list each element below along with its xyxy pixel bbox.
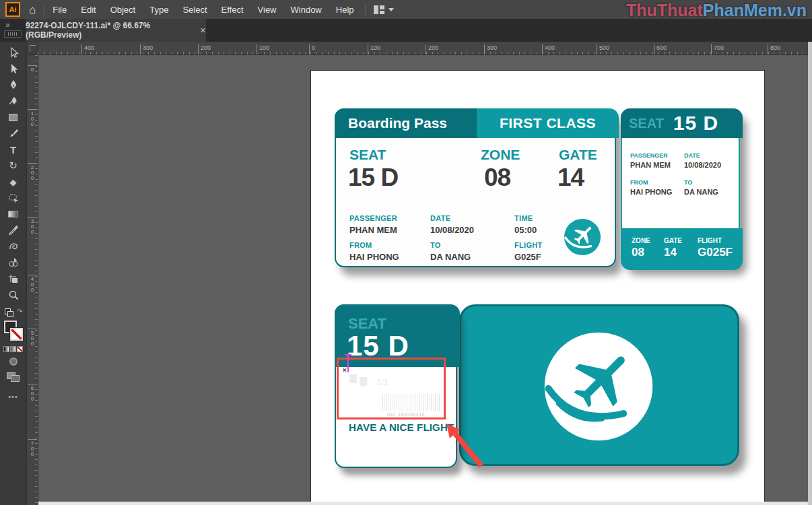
fill-stroke-control	[3, 321, 24, 342]
menu-edit[interactable]: Edit	[81, 5, 96, 15]
width-tool-icon[interactable]	[5, 238, 22, 255]
divider	[365, 3, 366, 15]
selection-tool-icon[interactable]	[5, 44, 22, 61]
eyedropper-tool-icon[interactable]	[5, 222, 22, 238]
ruler-v-label: 0	[28, 65, 37, 73]
drawing-modes-icon[interactable]	[7, 372, 20, 382]
stroke-color-swatch[interactable]	[10, 328, 23, 341]
stub-from-value: HAI PHONG	[630, 188, 672, 196]
stub-gate-label: GATE	[664, 237, 682, 244]
logo-card[interactable]	[459, 304, 739, 466]
stub-passenger-label: PASSENGER	[630, 152, 668, 159]
to-label: TO	[430, 241, 441, 249]
seat-label: SEAT	[349, 147, 386, 163]
stub-date-value: 10/08/2020	[684, 161, 721, 169]
close-tab-icon[interactable]: ✕	[200, 26, 206, 35]
pen-tool-icon[interactable]	[5, 77, 22, 93]
zone-label: ZONE	[481, 147, 520, 163]
stub-seat-value: 15 D	[673, 112, 718, 135]
rectangle-tool-icon[interactable]	[5, 109, 22, 125]
menu-help[interactable]: Help	[336, 5, 354, 15]
menu-file[interactable]: File	[53, 5, 67, 15]
ruler-v-label: 6 0 0	[28, 384, 37, 402]
menu-view[interactable]: View	[258, 5, 277, 15]
ruler-v-label: 4 0 0	[28, 275, 37, 293]
menu-type[interactable]: Type	[149, 5, 168, 15]
ruler-h-label: 200	[426, 44, 438, 55]
shape-mode-icon[interactable]	[9, 358, 18, 366]
flight-value: G025F	[514, 252, 541, 262]
time-value: 05:00	[514, 225, 537, 235]
airline-logo-small	[563, 217, 602, 257]
type-tool-icon[interactable]: T	[5, 141, 22, 158]
color-button[interactable]	[3, 346, 9, 352]
horizontal-scrollbar[interactable]	[38, 502, 808, 505]
curvature-tool-icon[interactable]	[5, 93, 22, 109]
stub-zone-label: ZONE	[632, 237, 650, 244]
rotate-tool-icon[interactable]: ↻	[5, 158, 22, 174]
stub-date-label: DATE	[684, 152, 700, 159]
menu-effect[interactable]: Effect	[222, 5, 244, 15]
ruler-h-label: 100	[368, 44, 380, 55]
gate-label: GATE	[559, 147, 597, 163]
vertical-scrollbar[interactable]	[808, 42, 812, 505]
ruler-h-label: 300	[140, 44, 153, 55]
watermark-part1: ThuThuat	[626, 1, 703, 20]
ruler-h-label: 800	[768, 44, 780, 55]
from-value: HAI PHONG	[349, 252, 399, 262]
ruler-h-label: 0	[309, 44, 315, 55]
document-tab[interactable]: 92274-OJLCDY-111.ai* @ 66.67% (RGB/Previ…	[26, 19, 206, 42]
none-button[interactable]	[17, 346, 23, 352]
chevron-down-icon	[388, 8, 394, 11]
passenger-value: PHAN MEM	[349, 225, 397, 235]
ruler-h-label: 700	[711, 44, 724, 55]
artboard-tool-icon[interactable]	[5, 271, 22, 287]
paintbrush-tool-icon[interactable]	[5, 125, 22, 141]
workspace-switcher-button[interactable]	[374, 5, 394, 14]
watermark-part3: .vn	[782, 1, 807, 20]
ruler-corner[interactable]	[27, 42, 38, 55]
swap-fill-stroke-icon[interactable]: ↷	[3, 307, 24, 318]
ruler-v-label: 1 0 0	[28, 109, 37, 127]
menu-select[interactable]: Select	[182, 5, 207, 15]
first-class-banner: FIRST CLASS	[477, 108, 619, 138]
direct-selection-tool-icon[interactable]	[5, 61, 22, 77]
ruler-h-label: 400	[81, 44, 94, 55]
site-watermark: ThuThuatPhanMem.vn	[626, 1, 807, 20]
workspace-grid-icon	[374, 5, 384, 14]
gradient-tool-icon[interactable]	[5, 206, 22, 222]
edit-toolbar-icon[interactable]: •••	[8, 393, 18, 401]
stub-gate-value: 14	[664, 246, 682, 259]
ruler-v-label: 2 0 0	[28, 163, 37, 181]
time-label: TIME	[514, 214, 533, 222]
horizontal-ruler[interactable]: 4003002001000100200300400500600700800	[38, 42, 812, 55]
ruler-h-label: 400	[542, 44, 555, 55]
stub-flight-value: G025F	[698, 246, 733, 259]
stub-bottom-band: ZONE 08 GATE 14 FLIGHT G025F	[621, 228, 743, 270]
boarding-pass-header: Boarding Pass FIRST CLASS	[335, 108, 619, 138]
ruler-h-label: 600	[654, 44, 667, 55]
illustrator-logo-icon[interactable]: Ai	[5, 2, 20, 17]
toolbar-drawer-icon[interactable]	[4, 30, 22, 38]
boarding-pass-stub[interactable]: SEAT 15 D PASSENGER PHAN MEM DATE 10/08/…	[621, 108, 740, 267]
stub-from-label: FROM	[630, 179, 648, 186]
gradient-button[interactable]	[10, 346, 16, 352]
panel-collapse-icon[interactable]: »	[5, 20, 10, 30]
boarding-pass-main[interactable]: Boarding Pass FIRST CLASS SEAT ZONE GATE…	[335, 108, 616, 267]
ruler-h-label: 300	[484, 44, 497, 55]
watermark-part2: PhanMem	[703, 1, 782, 20]
stub-passenger-value: PHAN MEM	[630, 161, 671, 169]
passenger-label: PASSENGER	[349, 214, 397, 222]
text-cursor-tick	[345, 354, 351, 356]
menu-window[interactable]: Window	[291, 5, 322, 15]
shape-builder-tool-icon[interactable]	[5, 255, 22, 271]
stub-to-label: TO	[684, 179, 692, 186]
shaper-tool-icon[interactable]	[5, 190, 22, 206]
home-icon[interactable]: ⌂	[29, 4, 36, 15]
annotation-highlight-box	[337, 358, 446, 419]
vertical-ruler[interactable]: 01 0 02 0 03 0 04 0 05 0 06 0 07 0 0	[27, 55, 38, 505]
ruler-h-label: 500	[597, 44, 609, 55]
zoom-tool-icon[interactable]	[5, 287, 22, 303]
menu-object[interactable]: Object	[110, 5, 136, 15]
eraser-tool-icon[interactable]: ◆	[5, 174, 22, 190]
